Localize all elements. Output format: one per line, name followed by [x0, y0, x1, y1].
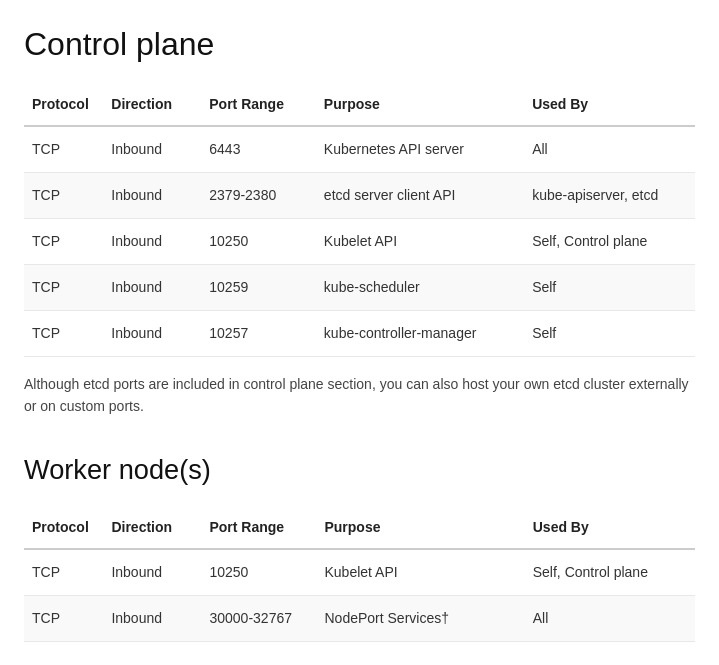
table-cell: NodePort Services† [316, 595, 524, 641]
table-cell: Self [524, 265, 695, 311]
control-plane-table-header: Protocol Direction Port Range Purpose Us… [24, 84, 695, 126]
table-cell: 10259 [201, 265, 316, 311]
table-row: TCPInbound2379-2380etcd server client AP… [24, 173, 695, 219]
table-row: TCPInbound6443Kubernetes API serverAll [24, 126, 695, 173]
wn-header-portrange: Port Range [201, 507, 316, 549]
header-usedby: Used By [524, 84, 695, 126]
worker-nodes-table-header: Protocol Direction Port Range Purpose Us… [24, 507, 695, 549]
table-cell: All [525, 595, 695, 641]
header-portrange: Port Range [201, 84, 316, 126]
table-cell: kube-apiserver, etcd [524, 173, 695, 219]
table-cell: 6443 [201, 126, 316, 173]
control-plane-note: Although etcd ports are included in cont… [24, 373, 695, 418]
worker-nodes-table-body: TCPInbound10250Kubelet APISelf, Control … [24, 549, 695, 642]
table-row: TCPInbound10259kube-schedulerSelf [24, 265, 695, 311]
worker-nodes-title: Worker node(s) [24, 450, 695, 491]
table-cell: kube-controller-manager [316, 311, 524, 357]
table-cell: kube-scheduler [316, 265, 524, 311]
table-cell: TCP [24, 126, 103, 173]
control-plane-section: Control plane Protocol Direction Port Ra… [24, 20, 695, 418]
header-direction: Direction [103, 84, 201, 126]
table-cell: Inbound [103, 126, 201, 173]
table-row: TCPInbound10257kube-controller-managerSe… [24, 311, 695, 357]
table-cell: Kubernetes API server [316, 126, 524, 173]
control-plane-table-body: TCPInbound6443Kubernetes API serverAllTC… [24, 126, 695, 357]
table-cell: TCP [24, 549, 103, 596]
table-cell: 10250 [201, 549, 316, 596]
control-plane-title: Control plane [24, 20, 695, 68]
control-plane-table: Protocol Direction Port Range Purpose Us… [24, 84, 695, 357]
table-cell: Inbound [103, 265, 201, 311]
table-cell: Inbound [103, 549, 201, 596]
table-cell: Self, Control plane [524, 219, 695, 265]
table-cell: Self, Control plane [525, 549, 695, 596]
table-cell: Inbound [103, 219, 201, 265]
table-cell: 30000-32767 [201, 595, 316, 641]
table-row: TCPInbound10250Kubelet APISelf, Control … [24, 549, 695, 596]
table-cell: TCP [24, 265, 103, 311]
wn-header-usedby: Used By [525, 507, 695, 549]
table-cell: 10257 [201, 311, 316, 357]
table-cell: TCP [24, 311, 103, 357]
table-cell: TCP [24, 595, 103, 641]
control-plane-header-row: Protocol Direction Port Range Purpose Us… [24, 84, 695, 126]
wn-header-direction: Direction [103, 507, 201, 549]
table-cell: etcd server client API [316, 173, 524, 219]
worker-nodes-table: Protocol Direction Port Range Purpose Us… [24, 507, 695, 642]
table-row: TCPInbound10250Kubelet APISelf, Control … [24, 219, 695, 265]
table-cell: Self [524, 311, 695, 357]
table-cell: 2379-2380 [201, 173, 316, 219]
table-cell: Inbound [103, 311, 201, 357]
worker-nodes-section: Worker node(s) Protocol Direction Port R… [24, 450, 695, 642]
table-cell: TCP [24, 173, 103, 219]
table-cell: Kubelet API [316, 549, 524, 596]
table-cell: All [524, 126, 695, 173]
header-purpose: Purpose [316, 84, 524, 126]
table-row: TCPInbound30000-32767NodePort Services†A… [24, 595, 695, 641]
worker-nodes-header-row: Protocol Direction Port Range Purpose Us… [24, 507, 695, 549]
wn-header-purpose: Purpose [316, 507, 524, 549]
header-protocol: Protocol [24, 84, 103, 126]
table-cell: Kubelet API [316, 219, 524, 265]
table-cell: Inbound [103, 173, 201, 219]
table-cell: TCP [24, 219, 103, 265]
wn-header-protocol: Protocol [24, 507, 103, 549]
table-cell: Inbound [103, 595, 201, 641]
table-cell: 10250 [201, 219, 316, 265]
